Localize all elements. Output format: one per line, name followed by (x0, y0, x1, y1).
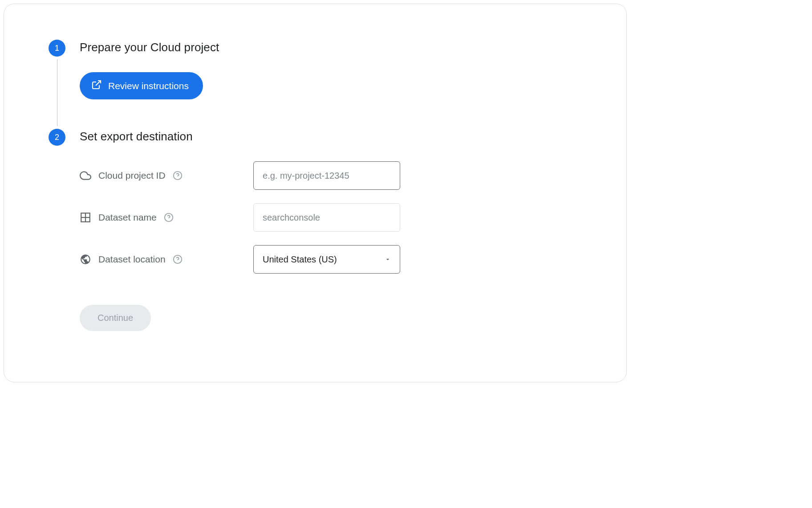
svg-line-0 (96, 81, 101, 86)
dataset-name-input[interactable] (253, 203, 400, 232)
step-1-title: Prepare your Cloud project (80, 41, 582, 54)
help-icon[interactable] (164, 213, 174, 222)
cloud-icon (80, 170, 91, 181)
dataset-location-label: Dataset location (98, 254, 166, 265)
step-2-number: 2 (55, 133, 59, 142)
step-2-content: Set export destination Cloud project ID (80, 129, 582, 331)
step-1: 1 Prepare your Cloud project Review inst… (49, 40, 582, 129)
setup-card: 1 Prepare your Cloud project Review inst… (4, 4, 627, 382)
open-in-new-icon (91, 79, 102, 92)
step-2: 2 Set export destination Cloud project I… (49, 129, 582, 331)
dataset-location-selected: United States (US) (263, 254, 337, 265)
field-row-project-id: Cloud project ID (80, 161, 582, 190)
field-label-group-dataset-name: Dataset name (80, 212, 253, 223)
continue-button-label: Continue (97, 313, 133, 323)
help-icon[interactable] (173, 254, 183, 264)
svg-point-1 (173, 172, 181, 180)
field-label-group-project-id: Cloud project ID (80, 170, 253, 181)
continue-button[interactable]: Continue (80, 305, 151, 331)
dataset-name-label: Dataset name (98, 212, 157, 223)
svg-point-6 (165, 213, 173, 221)
step-connector-line (57, 59, 57, 126)
globe-icon (80, 254, 91, 265)
grid-icon (80, 212, 91, 223)
review-instructions-button[interactable]: Review instructions (80, 72, 203, 99)
project-id-input[interactable] (253, 161, 400, 190)
step-2-indicator: 2 (49, 129, 65, 146)
field-label-group-dataset-location: Dataset location (80, 254, 253, 265)
field-row-dataset-location: Dataset location United States (US) (80, 245, 582, 274)
step-1-circle: 1 (49, 40, 65, 57)
step-1-content: Prepare your Cloud project Review instru… (80, 40, 582, 99)
dataset-location-select[interactable]: United States (US) (253, 245, 400, 274)
field-row-dataset-name: Dataset name (80, 203, 582, 232)
step-2-title: Set export destination (80, 130, 582, 143)
svg-point-8 (173, 255, 181, 263)
dataset-location-select-wrap: United States (US) (253, 245, 400, 274)
review-instructions-label: Review instructions (108, 81, 189, 91)
project-id-label: Cloud project ID (98, 170, 166, 181)
step-1-number: 1 (55, 44, 59, 53)
step-2-circle: 2 (49, 129, 65, 146)
help-icon[interactable] (173, 171, 183, 180)
step-1-indicator: 1 (49, 40, 65, 129)
